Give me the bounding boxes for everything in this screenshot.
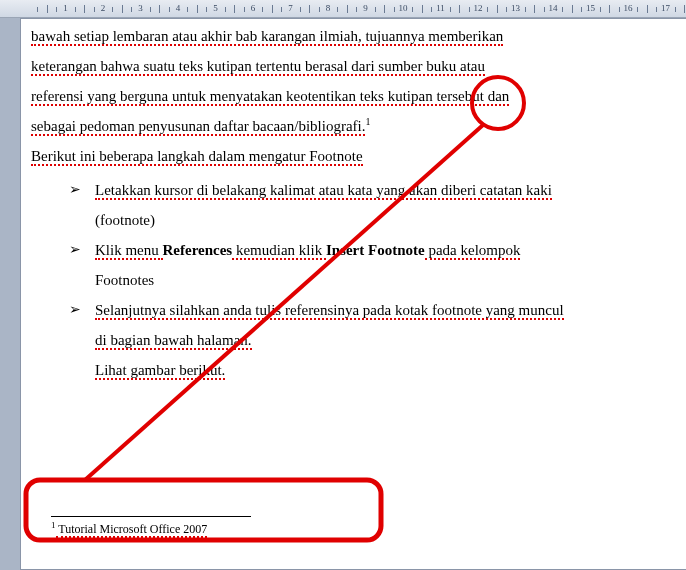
ruler-number: 15 — [586, 3, 595, 13]
body-text[interactable]: bawah setiap lembaran atau akhir bab kar… — [31, 21, 672, 385]
ruler-number: 6 — [251, 3, 256, 13]
ruler-number: 5 — [213, 3, 218, 13]
bullet-icon: ➢ — [69, 235, 81, 264]
paragraph-line[interactable]: keterangan bahwa suatu teks kutipan tert… — [31, 51, 672, 81]
footnote-text[interactable]: 1 Tutorial Microsoft Office 2007 — [51, 520, 670, 537]
footnote-reference[interactable]: 1 — [365, 116, 370, 127]
ruler-number: 12 — [474, 3, 483, 13]
ruler-number: 16 — [624, 3, 633, 13]
list-item[interactable]: ➢ Selanjutnya silahkan anda tulis refere… — [69, 295, 672, 385]
ruler-number: 1 — [63, 3, 68, 13]
ruler-number: 9 — [363, 3, 368, 13]
list-item[interactable]: ➢ Klik menu References kemudian klik Ins… — [69, 235, 672, 295]
paragraph-line[interactable]: Berikut ini beberapa langkah dalam menga… — [31, 141, 672, 171]
ruler-number: 4 — [176, 3, 181, 13]
paragraph-line[interactable]: referensi yang berguna untuk menyatakan … — [31, 81, 672, 111]
ruler-number: 11 — [436, 3, 445, 13]
paragraph-line[interactable]: sebagai pedoman penyusunan daftar bacaan… — [31, 111, 672, 141]
ruler-number: 2 — [101, 3, 106, 13]
horizontal-ruler[interactable]: 1234567891011121314151617 — [0, 0, 686, 18]
ruler-number: 3 — [138, 3, 143, 13]
bullet-icon: ➢ — [69, 295, 81, 324]
list-item[interactable]: ➢ Letakkan kursor di belakang kalimat at… — [69, 175, 672, 235]
document-page[interactable]: bawah setiap lembaran atau akhir bab kar… — [20, 18, 686, 570]
ruler-number: 8 — [326, 3, 331, 13]
footnote-separator — [51, 516, 251, 517]
bullet-icon: ➢ — [69, 175, 81, 204]
footnote-area[interactable]: 1 Tutorial Microsoft Office 2007 — [51, 516, 670, 537]
ruler-number: 17 — [661, 3, 670, 13]
paragraph-line[interactable]: bawah setiap lembaran atau akhir bab kar… — [31, 21, 672, 51]
ruler-number: 10 — [399, 3, 408, 13]
ruler-number: 7 — [288, 3, 293, 13]
bullet-list: ➢ Letakkan kursor di belakang kalimat at… — [31, 171, 672, 385]
ruler-number: 14 — [549, 3, 558, 13]
ruler-number: 13 — [511, 3, 520, 13]
